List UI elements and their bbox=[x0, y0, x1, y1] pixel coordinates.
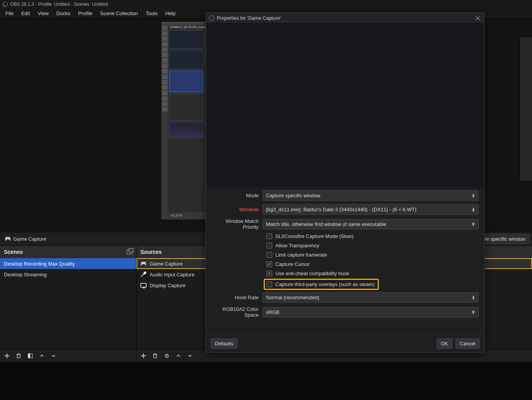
mode-label: Mode bbox=[211, 193, 263, 198]
colorspace-dropdown[interactable]: sRGB▲▼ bbox=[263, 307, 479, 317]
checkbox-icon bbox=[266, 252, 272, 258]
colorspace-label: RGB10A2 Color Space bbox=[211, 306, 263, 318]
gamepad-icon bbox=[140, 260, 147, 267]
gear-icon bbox=[164, 353, 169, 359]
checkbox-icon bbox=[266, 271, 272, 276]
checkbox-capture-cursor[interactable]: Capture Cursor bbox=[266, 261, 479, 267]
checkbox-icon bbox=[266, 261, 272, 267]
move-source-down-button[interactable] bbox=[185, 351, 195, 360]
checkbox-icon bbox=[266, 281, 272, 287]
gamepad-icon bbox=[5, 236, 11, 242]
caret-icon: ▲▼ bbox=[472, 310, 475, 314]
checkbox-icon bbox=[266, 233, 272, 239]
checkbox-limit-framerate[interactable]: Limit capture framerate bbox=[266, 252, 479, 258]
scene-filter-button[interactable] bbox=[26, 351, 35, 360]
dialog-title: Properties for 'Game Capture' bbox=[217, 16, 281, 21]
scenes-panel: Scenes Desktop Recording Max Quality Des… bbox=[0, 246, 136, 362]
dialog-preview bbox=[207, 24, 484, 187]
add-source-button[interactable] bbox=[139, 351, 148, 360]
menu-edit[interactable]: Edit bbox=[17, 9, 34, 18]
source-settings-button[interactable] bbox=[162, 351, 171, 360]
selected-source-label: Game Capture bbox=[2, 234, 48, 243]
obs-logo-icon bbox=[2, 2, 8, 7]
scenes-header: Scenes bbox=[0, 246, 136, 258]
caret-icon: ▲▼ bbox=[472, 207, 475, 212]
window-title: OBS 29.1.3 - Profile: Untitled - Scenes:… bbox=[10, 2, 108, 7]
capture-zoom: 44.37% bbox=[171, 214, 183, 217]
cancel-button[interactable]: Cancel bbox=[456, 338, 480, 349]
menu-tools[interactable]: Tools bbox=[142, 9, 161, 18]
dialog-titlebar[interactable]: Properties for 'Game Capture' bbox=[206, 13, 484, 24]
menu-scene-collection[interactable]: Scene Collection bbox=[96, 9, 142, 18]
hook-dropdown[interactable]: Normal (recommended)▲▼ bbox=[263, 292, 479, 303]
caret-icon: ▲▼ bbox=[472, 295, 475, 300]
checkbox-anticheat[interactable]: Use anti-cheat compatibility hook bbox=[266, 271, 479, 276]
checkbox-transparency[interactable]: Allow Transparency bbox=[266, 243, 479, 248]
move-scene-up-button[interactable] bbox=[37, 351, 47, 360]
mode-dropdown[interactable]: Capture specific window▲▼ bbox=[263, 190, 479, 201]
ok-button[interactable]: OK bbox=[437, 338, 453, 349]
scene-item[interactable]: Desktop Recording Max Quality bbox=[0, 258, 136, 269]
caret-icon: ▲▼ bbox=[472, 222, 475, 226]
checkbox-icon bbox=[266, 243, 272, 248]
priority-label: Window Match Priority bbox=[211, 218, 263, 230]
right-docked-panel bbox=[520, 37, 532, 181]
defaults-button[interactable]: Defaults bbox=[211, 338, 238, 349]
delete-source-button[interactable] bbox=[150, 351, 160, 360]
undock-icon[interactable] bbox=[127, 250, 132, 254]
filter-icon bbox=[28, 353, 33, 358]
caret-icon: ▲▼ bbox=[472, 193, 475, 198]
titlebar: OBS 29.1.3 - Profile: Untitled - Scenes:… bbox=[0, 0, 532, 9]
window-dropdown[interactable]: [bg3_dx11.exe]: Baldur's Gate 3 (3440x14… bbox=[263, 204, 479, 215]
move-scene-down-button[interactable] bbox=[49, 351, 58, 360]
menu-profile[interactable]: Profile bbox=[74, 9, 96, 18]
priority-dropdown[interactable]: Match title, otherwise find window of sa… bbox=[263, 219, 479, 229]
add-scene-button[interactable] bbox=[2, 351, 12, 360]
display-icon bbox=[140, 283, 147, 288]
move-source-up-button[interactable] bbox=[174, 351, 183, 360]
properties-dialog: Properties for 'Game Capture' Mode Captu… bbox=[206, 12, 485, 353]
hook-label: Hook Rate bbox=[211, 295, 263, 300]
delete-scene-button[interactable] bbox=[14, 351, 23, 360]
scene-item[interactable]: Desktop Streaming bbox=[0, 269, 136, 280]
checkbox-sli[interactable]: SLI/Crossfire Capture Mode (Slow) bbox=[266, 233, 479, 239]
mic-icon bbox=[140, 271, 147, 278]
obs-logo-icon bbox=[209, 16, 214, 21]
close-button[interactable] bbox=[474, 15, 481, 22]
menu-view[interactable]: View bbox=[34, 9, 52, 18]
menu-docks[interactable]: Docks bbox=[52, 9, 74, 18]
checkbox-third-party-overlays[interactable]: Capture third-party overlays (such as st… bbox=[265, 280, 378, 289]
menu-file[interactable]: File bbox=[2, 9, 17, 18]
menu-help[interactable]: Help bbox=[161, 9, 180, 18]
window-label: Window bbox=[211, 207, 263, 212]
